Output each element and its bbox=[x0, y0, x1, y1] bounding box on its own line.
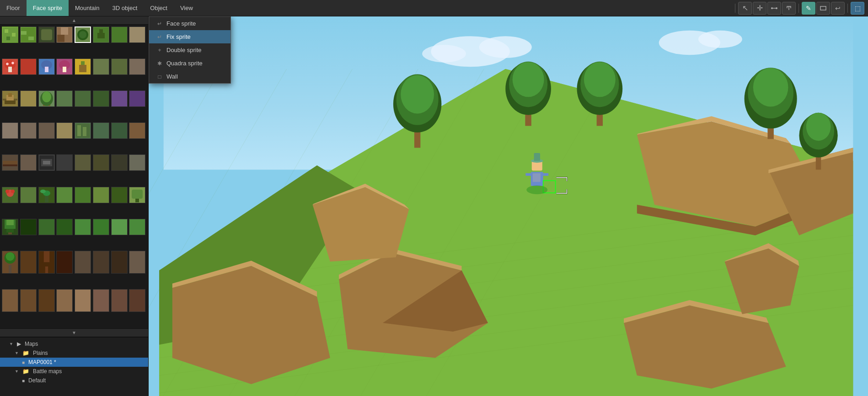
sprite-cell[interactable] bbox=[2, 122, 18, 139]
sprite-cell[interactable] bbox=[56, 122, 73, 139]
sprite-cell[interactable] bbox=[129, 251, 145, 274]
sprite-cell[interactable] bbox=[75, 219, 91, 235]
folder-icon-plains: 📁 bbox=[22, 350, 29, 356]
sprite-cell[interactable] bbox=[2, 90, 18, 107]
sprite-cell[interactable] bbox=[75, 90, 91, 107]
sprite-cell[interactable] bbox=[129, 58, 145, 75]
tree-item-plains[interactable]: ▼ 📁 Plains bbox=[0, 348, 148, 358]
sprite-cell[interactable] bbox=[2, 219, 18, 235]
sprite-cell[interactable] bbox=[93, 122, 109, 139]
sprite-cell[interactable] bbox=[129, 26, 145, 43]
scroll-up-btn[interactable]: ▲ bbox=[0, 16, 148, 25]
sprite-cell[interactable] bbox=[38, 90, 55, 107]
sprite-cell[interactable] bbox=[38, 219, 55, 235]
sprite-cell[interactable] bbox=[56, 251, 73, 274]
sprite-cell[interactable] bbox=[75, 251, 91, 274]
sprite-cell[interactable] bbox=[20, 187, 37, 203]
menu-face-sprite[interactable]: Face sprite bbox=[27, 0, 69, 16]
sprite-cell[interactable] bbox=[75, 122, 91, 139]
sprite-cell[interactable] bbox=[38, 251, 55, 274]
sprite-cell[interactable] bbox=[111, 187, 128, 203]
menu-mountain[interactable]: Mountain bbox=[69, 0, 106, 16]
sprite-cell[interactable] bbox=[75, 58, 91, 75]
sprite-cell[interactable] bbox=[111, 122, 128, 139]
sprite-cell[interactable] bbox=[56, 289, 73, 312]
sprite-cell[interactable] bbox=[20, 154, 37, 171]
tool-link-btn[interactable] bbox=[782, 2, 796, 15]
dropdown-item-wall[interactable]: □ Wall bbox=[149, 70, 230, 83]
sprite-cell[interactable] bbox=[93, 289, 109, 312]
tool-move-btn[interactable]: ✛ bbox=[753, 2, 766, 15]
scroll-down-btn[interactable]: ▼ bbox=[0, 328, 148, 337]
sprite-cell[interactable] bbox=[129, 90, 145, 107]
tree-item-maps[interactable]: ▼ ▶ Maps bbox=[0, 339, 148, 348]
sprite-cell[interactable] bbox=[56, 58, 73, 75]
dropdown-item-fix-sprite[interactable]: ↵ Fix sprite bbox=[149, 30, 230, 43]
sprite-cell[interactable] bbox=[2, 251, 18, 274]
sprite-cell[interactable] bbox=[93, 90, 109, 107]
sprite-cell[interactable] bbox=[111, 251, 128, 274]
sprite-cell[interactable] bbox=[38, 122, 55, 139]
sprite-cell[interactable] bbox=[75, 289, 91, 312]
sprite-cell[interactable] bbox=[129, 289, 145, 312]
sprite-cell[interactable] bbox=[20, 219, 37, 235]
sprite-cell[interactable] bbox=[2, 289, 18, 312]
tool-cursor-btn[interactable]: ↖ bbox=[738, 2, 752, 15]
sprite-cell[interactable] bbox=[93, 219, 109, 235]
sprite-cell[interactable] bbox=[93, 58, 109, 75]
sprite-cell[interactable] bbox=[111, 90, 128, 107]
tree-item-map0001[interactable]: ■ MAP0001 * bbox=[0, 358, 148, 367]
sprite-cell[interactable] bbox=[129, 219, 145, 235]
sprite-cell[interactable] bbox=[38, 154, 55, 171]
sprite-cell[interactable] bbox=[2, 154, 18, 171]
sprite-cell[interactable] bbox=[20, 90, 37, 107]
tool-pencil-btn[interactable]: ✎ bbox=[802, 2, 815, 15]
sprite-cell[interactable] bbox=[129, 122, 145, 139]
sprite-cell[interactable] bbox=[129, 187, 145, 203]
sprite-cell[interactable] bbox=[2, 26, 18, 43]
sprite-cell[interactable] bbox=[2, 58, 18, 75]
sprite-cell[interactable] bbox=[56, 26, 73, 43]
dropdown-item-quadra-sprite[interactable]: ✱ Quadra sprite bbox=[149, 57, 230, 70]
tree-item-battle-maps[interactable]: ▼ 📁 Battle maps bbox=[0, 367, 148, 376]
sprite-cell[interactable] bbox=[75, 154, 91, 171]
sprite-cell[interactable] bbox=[38, 187, 55, 203]
sprite-cell[interactable] bbox=[38, 26, 55, 43]
sprite-cell-selected[interactable] bbox=[75, 26, 91, 43]
sprite-cell[interactable] bbox=[111, 219, 128, 235]
tool-extra-btn[interactable]: ⬚ bbox=[851, 2, 864, 15]
sprite-cell[interactable] bbox=[56, 187, 73, 203]
sprite-cell[interactable] bbox=[129, 154, 145, 171]
sprite-cell[interactable] bbox=[93, 154, 109, 171]
sprite-cell[interactable] bbox=[93, 187, 109, 203]
sprite-cell[interactable] bbox=[75, 187, 91, 203]
sprite-cell[interactable] bbox=[111, 154, 128, 171]
menu-object[interactable]: Object bbox=[144, 0, 174, 16]
sprite-cell[interactable] bbox=[38, 58, 55, 75]
sprite-cell[interactable] bbox=[111, 26, 128, 43]
sprite-cell[interactable] bbox=[38, 289, 55, 312]
tool-rect-btn[interactable] bbox=[816, 2, 830, 15]
menu-3d-object[interactable]: 3D object bbox=[106, 0, 144, 16]
sprite-cell[interactable] bbox=[111, 58, 128, 75]
sprite-cell[interactable] bbox=[93, 251, 109, 274]
canvas-area[interactable]: ↵ Face sprite ↵ Fix sprite + Double spri… bbox=[149, 16, 868, 396]
tool-connect-btn[interactable] bbox=[767, 2, 781, 15]
sprite-cell[interactable] bbox=[56, 90, 73, 107]
dropdown-item-double-sprite[interactable]: + Double sprite bbox=[149, 43, 230, 57]
dropdown-item-face-sprite[interactable]: ↵ Face sprite bbox=[149, 17, 230, 30]
tool-undo-btn[interactable]: ↩ bbox=[831, 2, 845, 15]
tree-item-default[interactable]: ■ Default bbox=[0, 376, 148, 385]
sprite-cell[interactable] bbox=[2, 187, 18, 203]
sprite-cell[interactable] bbox=[20, 251, 37, 274]
menu-view[interactable]: View bbox=[174, 0, 199, 16]
sprite-cell[interactable] bbox=[56, 219, 73, 235]
sprite-cell[interactable] bbox=[56, 154, 73, 171]
sprite-cell[interactable] bbox=[20, 58, 37, 75]
menu-floor[interactable]: Floor bbox=[0, 0, 27, 16]
sprite-cell[interactable] bbox=[20, 289, 37, 312]
sprite-cell[interactable] bbox=[20, 122, 37, 139]
sprite-cell[interactable] bbox=[111, 289, 128, 312]
sprite-cell[interactable] bbox=[93, 26, 109, 43]
sprite-cell[interactable] bbox=[20, 26, 37, 43]
